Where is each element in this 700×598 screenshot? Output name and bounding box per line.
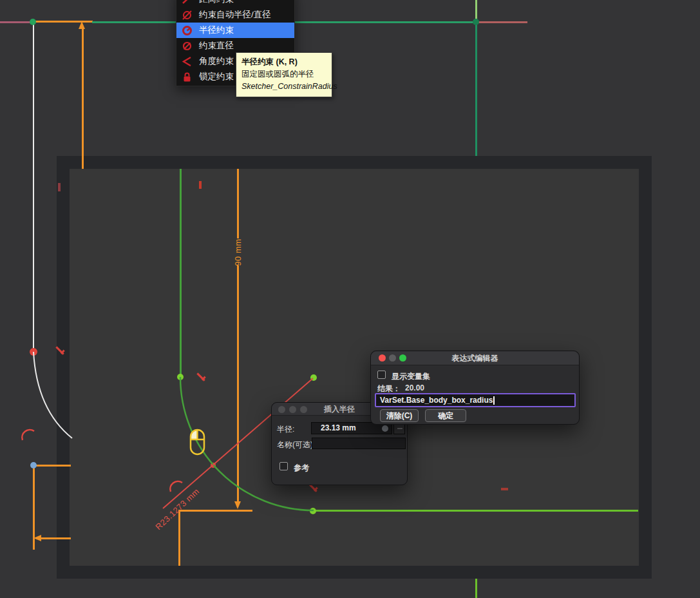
- expression-editor-dialog: 表达式编辑器 显示变量集 结果： 20.00 VarSet.Base_body_…: [370, 351, 580, 425]
- close-icon[interactable]: [379, 354, 386, 362]
- dimension-line-corner-vertical[interactable]: [178, 511, 180, 566]
- distance-constraint-icon: [182, 0, 193, 5]
- menu-item-radius-constraint[interactable]: 半径约束: [176, 23, 294, 38]
- dimension-arrow-up: [79, 21, 85, 29]
- reference-checkbox[interactable]: [279, 462, 288, 470]
- reference-label: 参考: [294, 463, 309, 474]
- constraint-dash-horizontal-inset[interactable]: [501, 488, 508, 490]
- diameter-constraint-icon: [182, 41, 193, 52]
- lock-constraint-icon: [182, 72, 193, 82]
- axis-line-salmon-right[interactable]: [478, 21, 527, 23]
- vertex-red-arc-start[interactable]: [30, 348, 37, 356]
- menu-item-diameter-constraint[interactable]: 约束直径: [176, 38, 294, 53]
- text-caret: [493, 396, 495, 405]
- vertex-arc-top[interactable]: [177, 374, 184, 380]
- sketch-line-white-vertical[interactable]: [33, 22, 34, 352]
- name-label: 名称(可选): [277, 439, 313, 450]
- menu-item-label: 距离约束: [199, 0, 234, 5]
- tooltip-description: 固定圆或圆弧的半径: [241, 68, 326, 81]
- tooltip-title: 半径约束 (K, R): [241, 56, 326, 68]
- show-varset-label: 显示变量集: [392, 371, 430, 382]
- dimension-line-90mm-lower[interactable]: [237, 265, 239, 501]
- minimize-icon[interactable]: [289, 406, 296, 413]
- vertex-arc-end[interactable]: [310, 508, 316, 514]
- dimension-line-corner-horizontal[interactable]: [178, 510, 252, 512]
- menu-item-distance-constraint[interactable]: 距离约束: [176, 0, 294, 7]
- clear-button[interactable]: 清除(C): [380, 409, 419, 422]
- tooltip-command: Sketcher_ConstrainRadius: [241, 81, 326, 93]
- radius-value: 23.13 mm: [321, 423, 356, 432]
- vertex-blue-point[interactable]: [30, 462, 37, 468]
- constraint-arc-marker-outer[interactable]: [22, 430, 34, 440]
- show-varset-checkbox[interactable]: [377, 371, 386, 379]
- expression-icon[interactable]: [382, 425, 388, 432]
- vertex-origin-point[interactable]: [30, 19, 36, 25]
- axis-line-pink-left[interactable]: [0, 21, 32, 23]
- radius-constraint-icon: [182, 25, 193, 36]
- dimension-line-vertical-left[interactable]: [82, 28, 84, 169]
- vertex-leader-arc-crossing[interactable]: [211, 463, 216, 468]
- expression-text: VarSet.Base_body_box_radius: [380, 396, 493, 405]
- minimize-icon[interactable]: [389, 354, 396, 362]
- dimension-line-90mm-upper[interactable]: [237, 169, 239, 238]
- menu-item-label: 约束直径: [199, 40, 234, 52]
- tooltip: 半径约束 (K, R) 固定圆或圆弧的半径 Sketcher_Constrain…: [236, 52, 332, 97]
- dimension-line-bl-horizontal-bottom[interactable]: [36, 537, 71, 539]
- angle-constraint-icon: [182, 56, 193, 67]
- menu-item-label: 约束自动半径/直径: [199, 9, 271, 21]
- profile-line-vertical-green[interactable]: [180, 169, 182, 378]
- constraint-dash-vertical-outer[interactable]: [58, 183, 61, 191]
- menu-item-label: 角度约束: [199, 55, 234, 67]
- expression-input[interactable]: VarSet.Base_body_box_radius: [375, 393, 576, 407]
- external-line-vertical-teal[interactable]: [475, 23, 477, 157]
- menu-item-label: 半径约束: [199, 24, 234, 36]
- dimension-label-90mm[interactable]: 90 mm: [233, 238, 243, 267]
- vertex-axis-crossing-point[interactable]: [473, 19, 479, 25]
- dimension-arrow-down: [234, 501, 241, 509]
- menu-item-auto-radius-diameter[interactable]: 约束自动半径/直径: [176, 7, 294, 23]
- maximize-icon[interactable]: [399, 354, 406, 362]
- dimension-line-bl-horizontal-top[interactable]: [33, 465, 71, 467]
- ok-button[interactable]: 确定: [425, 409, 466, 422]
- menu-item-label: 锁定约束: [199, 71, 234, 82]
- close-icon[interactable]: [278, 406, 285, 413]
- vertex-arc-center[interactable]: [310, 374, 317, 381]
- dimension-arrow-left: [33, 535, 41, 541]
- expression-editor-titlebar[interactable]: 表达式编辑器: [371, 351, 579, 365]
- maximize-icon[interactable]: [300, 406, 307, 413]
- result-value: 20.00: [405, 383, 424, 392]
- constraint-dash-vertical-inset[interactable]: [199, 181, 202, 189]
- name-input[interactable]: [312, 438, 406, 449]
- profile-line-horizontal-lime[interactable]: [313, 510, 638, 512]
- radius-label: 半径:: [277, 424, 294, 435]
- auto-radius-diameter-icon: [182, 10, 193, 21]
